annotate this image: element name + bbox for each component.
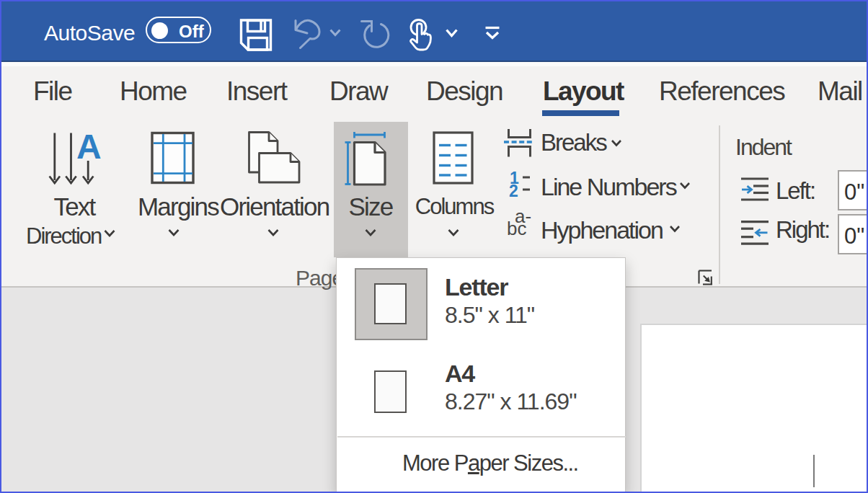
svg-text:bc: bc [507, 218, 526, 239]
svg-text:2: 2 [509, 182, 518, 200]
svg-text:A: A [76, 128, 102, 166]
